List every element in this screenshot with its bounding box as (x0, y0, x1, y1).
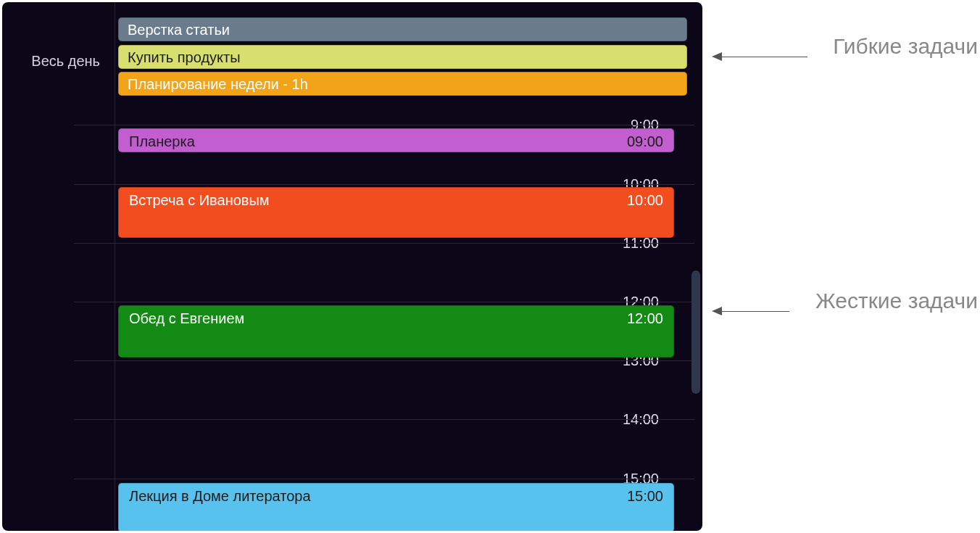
event-title: Обед с Евгением (129, 310, 627, 327)
event-time: 12:00 (627, 310, 663, 327)
event-title: Верстка статьи (128, 22, 230, 38)
allday-event[interactable]: Купить продукты (118, 45, 687, 69)
event-title: Планирование недели - 1h (128, 76, 308, 92)
timed-event[interactable]: Обед с Евгением 12:00 (118, 305, 674, 358)
event-time: 09:00 (627, 133, 663, 150)
event-title: Лекция в Доме литератора (129, 488, 627, 505)
arrow-left-icon (712, 307, 722, 315)
event-title: Планерка (129, 133, 627, 150)
event-time: 15:00 (627, 488, 663, 505)
events-area: Верстка статьи Купить продукты Планирова… (118, 2, 694, 531)
timed-event[interactable]: Планерка 09:00 (118, 128, 674, 152)
allday-label: Весь день (2, 53, 100, 70)
timed-event[interactable]: Лекция в Доме литератора 15:00 (118, 483, 674, 531)
arrow-line (721, 311, 789, 312)
event-title: Встреча с Ивановым (129, 192, 627, 209)
grid-vline (115, 2, 115, 531)
arrow-line (721, 57, 807, 57)
timed-event[interactable]: Встреча с Ивановым 10:00 (118, 187, 674, 238)
event-time: 10:00 (627, 192, 663, 209)
scrollbar-thumb[interactable] (692, 270, 700, 394)
calendar-panel: Весь день 9:00 10:00 11:00 12:00 13:00 1… (2, 2, 702, 531)
allday-event[interactable]: Планирование недели - 1h (118, 72, 687, 96)
event-title: Купить продукты (128, 49, 241, 65)
annotation-hard: Жесткие задачи (815, 289, 978, 313)
allday-event[interactable]: Верстка статьи (118, 17, 687, 41)
annotation-flexible: Гибкие задачи (833, 34, 978, 59)
arrow-left-icon (712, 52, 722, 61)
